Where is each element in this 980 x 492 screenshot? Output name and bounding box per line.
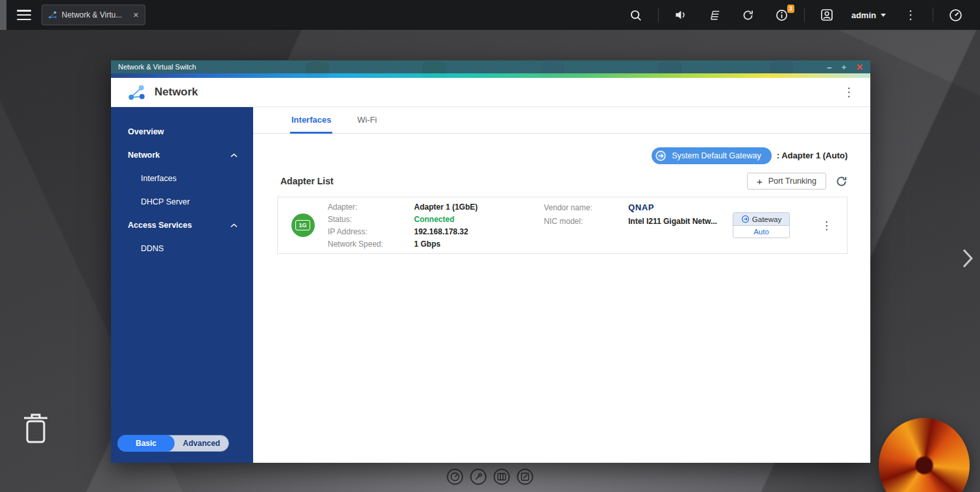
- ip-address-value: 192.168.178.32: [414, 226, 544, 238]
- network-app-icon: [128, 84, 145, 101]
- field-label: Status:: [328, 214, 414, 225]
- plus-icon: +: [757, 177, 763, 186]
- basic-advanced-toggle[interactable]: Basic Advanced: [117, 435, 229, 452]
- user-menu[interactable]: admin: [851, 10, 886, 20]
- notification-badge: 3: [787, 5, 794, 13]
- user-icon[interactable]: [818, 8, 836, 21]
- adapter-vendor-fields: Vendor name: QNAP NIC model: Intel I211 …: [544, 202, 733, 249]
- window-titlebar[interactable]: Network & Virtual Switch – + ✕: [111, 60, 870, 73]
- field-label: Vendor name:: [544, 202, 628, 214]
- notifications-icon[interactable]: 3: [773, 9, 791, 21]
- sidebar-item-overview[interactable]: Overview: [111, 120, 253, 143]
- topbar-actions: 3 admin ⋮: [619, 0, 980, 30]
- app-window: Network & Virtual Switch – + ✕ Network ⋮…: [111, 60, 870, 463]
- more-options-icon[interactable]: ⋮: [901, 9, 920, 21]
- window-controls: – + ✕: [827, 63, 863, 71]
- user-label: admin: [851, 10, 876, 20]
- default-gateway-row: System Default Gateway : Adapter 1 (Auto…: [253, 147, 848, 164]
- dock-windows-icon[interactable]: [494, 469, 510, 485]
- app-menu-icon[interactable]: ⋮: [843, 86, 855, 98]
- adapter-name-value: Adapter 1 (1GbE): [414, 201, 544, 213]
- system-default-gateway-label: System Default Gateway: [672, 151, 761, 160]
- sidebar-item-label: DHCP Server: [141, 197, 190, 206]
- divider: [933, 8, 933, 22]
- tab-close-icon[interactable]: ✕: [133, 12, 139, 19]
- chevron-down-icon: [881, 14, 886, 17]
- adapter-list-title: Adapter List: [280, 176, 334, 186]
- gateway-icon: [655, 150, 667, 162]
- adapter-1g-icon: 1G: [278, 214, 328, 237]
- window-body: Overview Network Interfaces DHCP Server …: [111, 107, 870, 463]
- app-tab[interactable]: Network & Virtu... ✕: [42, 5, 145, 25]
- tab-wifi[interactable]: Wi-Fi: [356, 107, 378, 134]
- volume-icon[interactable]: [672, 9, 690, 21]
- basic-toggle-option[interactable]: Basic: [117, 435, 175, 452]
- sidebar-item-interfaces[interactable]: Interfaces: [111, 167, 253, 190]
- app-tab-label: Network & Virtu...: [62, 10, 129, 19]
- field-label: Network Speed:: [328, 238, 414, 250]
- topbar: Network & Virtu... ✕ 3: [0, 0, 980, 30]
- dock-gauge-icon[interactable]: [447, 469, 463, 485]
- status-badge: Connected: [414, 214, 544, 225]
- gateway-mode[interactable]: Auto: [733, 225, 789, 238]
- field-label: IP Address:: [328, 226, 414, 238]
- sidebar-item-dhcp-server[interactable]: DHCP Server: [111, 190, 253, 214]
- next-arrow-icon[interactable]: [962, 248, 974, 271]
- kebab-menu-icon[interactable]: ⋮: [821, 220, 832, 231]
- sidebar-item-network[interactable]: Network: [111, 143, 253, 167]
- divider: [804, 8, 805, 22]
- system-default-gateway-button[interactable]: System Default Gateway: [652, 147, 772, 164]
- sidebar-item-label: Access Services: [128, 221, 192, 230]
- adapter-fields: Adapter: Adapter 1 (1GbE) Status: Connec…: [328, 201, 544, 250]
- gateway-badge[interactable]: Gateway: [733, 213, 789, 225]
- window-close-icon[interactable]: ✕: [856, 63, 863, 71]
- vendor-logo: QNAP: [628, 202, 733, 214]
- nic-model-value: Intel I211 Gigabit Netw...: [628, 215, 733, 227]
- sidebar-item-ddns[interactable]: DDNS: [111, 237, 253, 260]
- gateway-icon: [741, 215, 750, 223]
- adapter-speed-label: 1G: [295, 220, 310, 230]
- background-tasks-icon[interactable]: [705, 9, 724, 21]
- main-menu-icon[interactable]: [17, 10, 31, 20]
- dashboard-icon[interactable]: [946, 8, 964, 22]
- desktop: Network & Virtu... ✕ 3: [0, 0, 980, 492]
- advanced-toggle-option[interactable]: Advanced: [175, 439, 228, 448]
- sidebar-item-label: Interfaces: [141, 174, 177, 183]
- edge-strip: [0, 0, 6, 30]
- dock-tools-icon[interactable]: [471, 469, 487, 485]
- tab-bar: Interfaces Wi-Fi: [253, 107, 870, 134]
- adapter-row: 1G Adapter: Adapter 1 (1GbE) Status: Con…: [277, 197, 848, 254]
- window-title: Network & Virtual Switch: [118, 63, 196, 71]
- sidebar-item-label: Network: [128, 151, 160, 160]
- default-gateway-value: : Adapter 1 (Auto): [777, 151, 848, 160]
- sidebar-item-label: Overview: [128, 127, 164, 136]
- window-minimize-icon[interactable]: –: [827, 63, 831, 71]
- adapter-list-header: Adapter List + Port Trunking: [280, 173, 848, 190]
- trash-icon[interactable]: [21, 410, 51, 447]
- field-label: NIC model:: [544, 215, 628, 227]
- divider: [658, 8, 659, 22]
- gateway-selector[interactable]: Gateway Auto: [733, 212, 790, 238]
- dock-notes-icon[interactable]: [517, 469, 533, 485]
- port-trunking-button[interactable]: + Port Trunking: [747, 173, 826, 190]
- field-label: Adapter:: [328, 201, 414, 213]
- window-header: Network ⋮: [111, 78, 870, 107]
- network-speed-value: 1 Gbps: [414, 238, 544, 250]
- port-trunking-label: Port Trunking: [768, 177, 816, 186]
- chevron-up-icon: [230, 223, 238, 228]
- search-icon[interactable]: [627, 9, 645, 21]
- tab-interfaces[interactable]: Interfaces: [290, 107, 332, 134]
- sidebar-item-access-services[interactable]: Access Services: [111, 214, 253, 237]
- network-app-icon: [48, 10, 57, 19]
- refresh-icon[interactable]: [835, 175, 848, 188]
- dock: [447, 469, 533, 485]
- chevron-up-icon: [230, 153, 238, 158]
- content-area: Interfaces Wi-Fi System Default Gateway …: [253, 107, 870, 463]
- rainbow-strip: [111, 73, 870, 78]
- page-title: Network: [154, 86, 198, 99]
- sync-icon[interactable]: [739, 9, 757, 21]
- sidebar-item-label: DDNS: [141, 244, 164, 253]
- gateway-badge-label: Gateway: [752, 215, 781, 223]
- window-maximize-icon[interactable]: +: [842, 63, 847, 71]
- sidebar: Overview Network Interfaces DHCP Server …: [111, 107, 253, 463]
